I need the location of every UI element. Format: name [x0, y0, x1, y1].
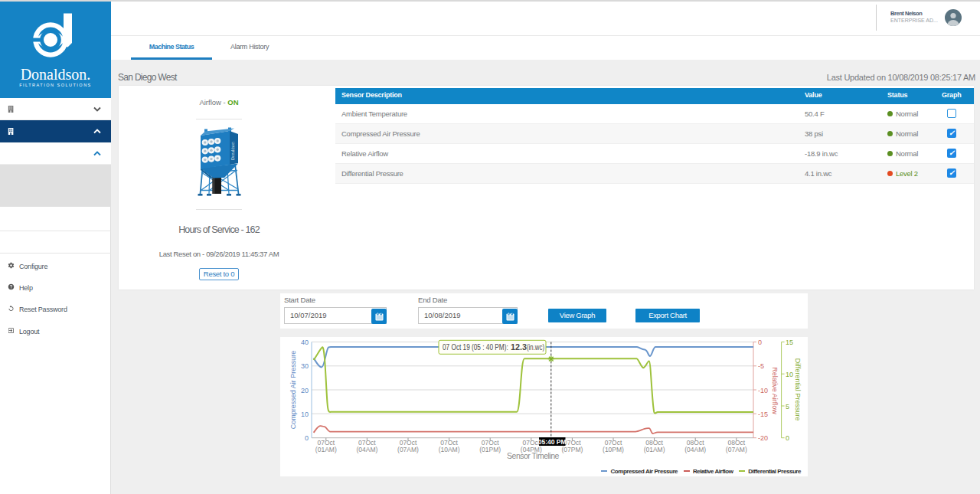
svg-text:08Oct: 08Oct — [687, 439, 704, 447]
svg-text:07Oct: 07Oct — [317, 439, 335, 447]
svg-text:05:40 PM: 05:40 PM — [538, 438, 567, 446]
svg-text:Compressed Air Pressure: Compressed Air Pressure — [289, 351, 297, 430]
svg-text:07Oct: 07Oct — [605, 439, 622, 447]
svg-text:30: 30 — [301, 362, 309, 370]
svg-text:-15: -15 — [758, 411, 768, 418]
svg-text:20: 20 — [301, 387, 309, 394]
svg-text:(10PM): (10PM) — [603, 446, 624, 453]
svg-text:(07AM): (07AM) — [397, 446, 419, 453]
svg-text:-5: -5 — [758, 362, 764, 370]
svg-text:-20: -20 — [758, 434, 768, 442]
svg-text:Relative Airflow: Relative Airflow — [771, 367, 779, 414]
svg-text:(01PM): (01PM) — [479, 446, 501, 453]
svg-text:Donaldson: Donaldson — [230, 142, 235, 160]
svg-text:12.3: 12.3 — [511, 342, 527, 352]
svg-text:(04AM): (04AM) — [356, 446, 377, 453]
svg-text:07Oct: 07Oct — [400, 439, 417, 447]
svg-text:0: 0 — [758, 339, 762, 346]
svg-text:07Oct: 07Oct — [440, 439, 458, 447]
svg-text:0: 0 — [305, 434, 309, 442]
svg-text:(01AM): (01AM) — [315, 446, 337, 453]
svg-text:15: 15 — [786, 339, 793, 346]
svg-text:(01AM): (01AM) — [644, 446, 665, 453]
svg-text:(in.wc): (in.wc) — [527, 342, 544, 352]
svg-text:(10AM): (10AM) — [439, 446, 460, 453]
svg-text:5: 5 — [786, 403, 789, 411]
svg-text:08Oct: 08Oct — [645, 439, 663, 447]
svg-text:07Oct: 07Oct — [358, 439, 376, 447]
svg-text:10: 10 — [786, 371, 793, 378]
svg-text:Sensor Timeline: Sensor Timeline — [507, 451, 559, 460]
svg-text:-10: -10 — [758, 387, 768, 394]
svg-text:10: 10 — [301, 411, 309, 418]
svg-text:(04AM): (04AM) — [684, 446, 706, 453]
svg-text:(07AM): (07AM) — [726, 446, 747, 453]
svg-text:40: 40 — [301, 339, 309, 346]
svg-text:(07PM): (07PM) — [561, 446, 583, 453]
svg-text:08Oct: 08Oct — [727, 439, 745, 447]
svg-text:0: 0 — [786, 434, 789, 442]
svg-text:07 Oct 19 (05 : 40 PM):: 07 Oct 19 (05 : 40 PM): — [443, 342, 510, 352]
svg-text:07Oct: 07Oct — [482, 439, 499, 447]
svg-text:Differential Pressure: Differential Pressure — [794, 358, 802, 420]
